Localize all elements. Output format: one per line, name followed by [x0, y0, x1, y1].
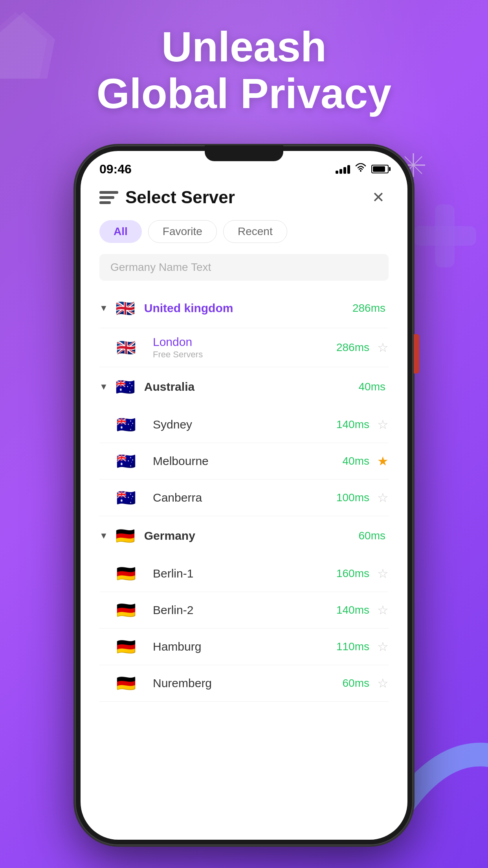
- phone-side-button: [414, 334, 419, 373]
- city-info-berlin1: Berlin-1: [153, 567, 336, 580]
- flag-melbourne: 🇦🇺: [115, 450, 137, 472]
- signal-icon: [336, 164, 350, 174]
- flag-berlin1: 🇩🇪: [115, 563, 137, 585]
- ping-au: 40ms: [359, 381, 385, 393]
- country-name-uk: United kingdom: [144, 302, 352, 315]
- server-list-icon: [99, 189, 118, 205]
- tab-favorite[interactable]: Favorite: [148, 220, 217, 243]
- city-row-hamburg[interactable]: 🇩🇪 Hamburg 110ms ☆: [99, 629, 389, 665]
- city-name-berlin1: Berlin-1: [153, 567, 336, 580]
- search-placeholder: Germany Name Text: [110, 261, 211, 273]
- app-main-content: Select Server ✕ All Favorite Recent Germ…: [81, 179, 407, 702]
- wifi-icon: [355, 163, 367, 175]
- ping-hamburg: 110ms: [336, 640, 369, 653]
- flag-berlin2: 🇩🇪: [115, 599, 137, 621]
- battery-icon: [371, 165, 389, 173]
- filter-tabs: All Favorite Recent: [99, 220, 389, 243]
- svg-point-6: [360, 170, 361, 172]
- svg-rect-1: [413, 226, 476, 246]
- star-canberra[interactable]: ☆: [377, 490, 389, 505]
- ping-berlin1: 160ms: [336, 567, 369, 580]
- server-list: ▼ 🇬🇧 United kingdom 286ms 🇬🇧 London Free…: [99, 289, 389, 702]
- flag-london: 🇬🇧: [115, 337, 137, 359]
- country-name-au: Australia: [144, 380, 359, 394]
- ping-berlin2: 140ms: [336, 604, 369, 616]
- flag-au: 🇦🇺: [114, 376, 136, 398]
- city-name-melbourne: Melbourne: [153, 454, 343, 468]
- city-info-berlin2: Berlin-2: [153, 603, 336, 617]
- hero-text: Unleash Global Privacy: [0, 24, 488, 117]
- phone-device: 09:46: [75, 145, 413, 845]
- city-name-hamburg: Hamburg: [153, 640, 336, 653]
- city-subtitle-london: Free Servers: [153, 349, 336, 360]
- flag-uk: 🇬🇧: [114, 297, 136, 319]
- city-row-sydney[interactable]: 🇦🇺 Sydney 140ms ☆: [99, 406, 389, 443]
- close-button[interactable]: ✕: [368, 187, 389, 208]
- star-berlin2[interactable]: ☆: [377, 603, 389, 618]
- search-bar[interactable]: Germany Name Text: [99, 254, 389, 281]
- ping-sydney: 140ms: [336, 418, 369, 431]
- star-nuremberg[interactable]: ☆: [377, 676, 389, 691]
- flag-de: 🇩🇪: [114, 525, 136, 547]
- city-row-nuremberg[interactable]: 🇩🇪 Nuremberg 60ms ☆: [99, 665, 389, 702]
- city-name-nuremberg: Nuremberg: [153, 677, 343, 690]
- country-row-uk[interactable]: ▼ 🇬🇧 United kingdom 286ms: [99, 289, 389, 328]
- tab-all[interactable]: All: [99, 220, 142, 243]
- ping-melbourne: 40ms: [343, 455, 369, 467]
- city-name-berlin2: Berlin-2: [153, 603, 336, 617]
- city-info-sydney: Sydney: [153, 418, 336, 431]
- deco-cross-shape: [413, 204, 476, 267]
- ping-uk: 286ms: [352, 302, 385, 314]
- city-row-berlin2[interactable]: 🇩🇪 Berlin-2 140ms ☆: [99, 592, 389, 629]
- city-row-london[interactable]: 🇬🇧 London Free Servers 286ms ☆: [99, 328, 389, 367]
- app-header: Select Server ✕: [99, 187, 389, 208]
- star-berlin1[interactable]: ☆: [377, 566, 389, 581]
- hero-line1: Unleash: [16, 24, 472, 70]
- flag-sydney: 🇦🇺: [115, 414, 137, 436]
- city-info-nuremberg: Nuremberg: [153, 677, 343, 690]
- ping-canberra: 100ms: [336, 491, 369, 504]
- chevron-uk: ▼: [99, 303, 108, 313]
- phone-body: 09:46: [75, 145, 413, 845]
- title-group: Select Server: [99, 188, 235, 207]
- city-info-london: London Free Servers: [153, 335, 336, 360]
- flag-hamburg: 🇩🇪: [115, 636, 137, 658]
- country-row-au[interactable]: ▼ 🇦🇺 Australia 40ms: [99, 367, 389, 406]
- flag-canberra: 🇦🇺: [115, 487, 137, 509]
- phone-notch: [205, 145, 283, 161]
- status-icons: [336, 163, 389, 175]
- ping-london: 286ms: [336, 341, 369, 354]
- city-name-sydney: Sydney: [153, 418, 336, 431]
- city-info-canberra: Canberra: [153, 491, 336, 504]
- country-row-de[interactable]: ▼ 🇩🇪 Germany 60ms: [99, 516, 389, 555]
- phone-screen: 09:46: [81, 151, 407, 840]
- star-sydney[interactable]: ☆: [377, 417, 389, 432]
- city-info-hamburg: Hamburg: [153, 640, 336, 653]
- city-name-canberra: Canberra: [153, 491, 336, 504]
- tab-recent[interactable]: Recent: [223, 220, 287, 243]
- ping-de: 60ms: [359, 530, 385, 542]
- city-info-melbourne: Melbourne: [153, 454, 343, 468]
- chevron-au: ▼: [99, 382, 108, 392]
- star-london[interactable]: ☆: [377, 340, 389, 355]
- hero-line2: Global Privacy: [16, 70, 472, 117]
- star-hamburg[interactable]: ☆: [377, 639, 389, 654]
- flag-nuremberg: 🇩🇪: [115, 672, 137, 694]
- city-row-canberra[interactable]: 🇦🇺 Canberra 100ms ☆: [99, 480, 389, 516]
- city-row-berlin1[interactable]: 🇩🇪 Berlin-1 160ms ☆: [99, 555, 389, 592]
- ping-nuremberg: 60ms: [343, 677, 369, 690]
- page-title: Select Server: [125, 188, 235, 207]
- chevron-de: ▼: [99, 531, 108, 541]
- city-row-melbourne[interactable]: 🇦🇺 Melbourne 40ms ★: [99, 443, 389, 480]
- star-melbourne[interactable]: ★: [377, 454, 389, 469]
- city-name-london: London: [153, 335, 336, 349]
- status-time: 09:46: [99, 162, 132, 177]
- country-name-de: Germany: [144, 529, 359, 542]
